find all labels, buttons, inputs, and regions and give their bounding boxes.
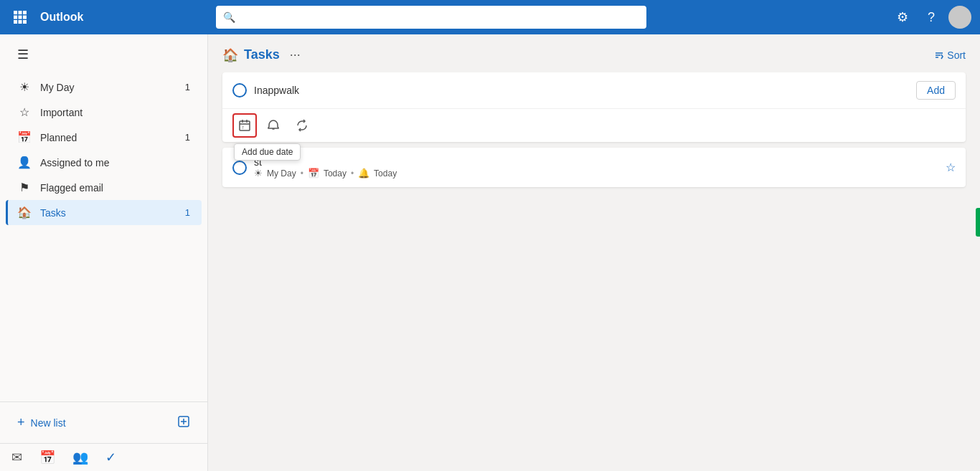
add-task-input[interactable] [254, 85, 909, 96]
svg-rect-2 [23, 11, 27, 14]
sidebar-label-assigned: Assigned to me [40, 157, 182, 168]
topbar: Outlook 🔍 ⚙ ? [0, 0, 980, 34]
svg-rect-0 [14, 11, 17, 14]
task-meta-due: Today [324, 168, 347, 179]
sidebar-nav: ☀ My Day 1 ☆ Important 📅 Planned 1 👤 Ass… [0, 72, 207, 401]
svg-rect-5 [23, 16, 27, 19]
sun-icon: ☀ [17, 80, 32, 94]
person-icon: 👤 [17, 156, 32, 169]
svg-rect-7 [19, 20, 22, 24]
sidebar-badge-tasks: 1 [185, 207, 190, 218]
content-header: 🏠 Tasks ··· Sort [208, 34, 980, 72]
calendar-icon: 📅 [17, 130, 32, 144]
mail-icon[interactable]: ✉ [11, 449, 22, 465]
sidebar-badge-planned: 1 [185, 132, 190, 143]
people-icon[interactable]: 👥 [72, 449, 88, 465]
more-options-button[interactable]: ··· [286, 46, 305, 64]
content-area: 🏠 Tasks ··· Sort Add [208, 34, 980, 471]
waffle-icon[interactable] [9, 6, 32, 29]
sidebar-label-flagged: Flagged email [40, 182, 182, 194]
calendar-footer-icon[interactable]: 📅 [39, 449, 55, 465]
svg-rect-4 [19, 16, 22, 19]
search-input[interactable] [216, 6, 646, 29]
plus-icon: + [17, 415, 25, 430]
main-layout: ☰ ☀ My Day 1 ☆ Important 📅 Planned 1 👤 A… [0, 34, 980, 471]
new-list-icon [177, 415, 190, 430]
svg-rect-6 [14, 20, 17, 24]
sidebar: ☰ ☀ My Day 1 ☆ Important 📅 Planned 1 👤 A… [0, 34, 208, 471]
sidebar-item-planned[interactable]: 📅 Planned 1 [6, 125, 202, 150]
due-date-button[interactable]: 7 Add due date [232, 113, 257, 138]
reminder-button[interactable] [261, 113, 286, 138]
sidebar-top: ☰ [0, 34, 207, 72]
search-icon: 🔍 [223, 11, 235, 23]
task-meta-reminder: Today [374, 168, 397, 179]
sidebar-item-assigned[interactable]: 👤 Assigned to me [6, 150, 202, 175]
task-item-meta: ☀ My Day • 📅 Today • 🔔 Today [254, 168, 933, 179]
task-due-icon: 📅 [308, 168, 319, 179]
svg-rect-1 [19, 11, 22, 14]
svg-text:7: 7 [242, 125, 244, 130]
task-area: Add 7 Add due date [208, 72, 980, 471]
sidebar-footer: ✉ 📅 👥 ✓ [0, 443, 207, 471]
task-item-circle[interactable] [232, 161, 247, 175]
topbar-right: ⚙ ? [891, 6, 971, 29]
new-list-button[interactable]: + New list [11, 411, 196, 434]
add-due-date-tooltip: Add due date [234, 143, 301, 161]
hamburger-icon[interactable]: ☰ [11, 43, 34, 66]
settings-icon[interactable]: ⚙ [891, 6, 914, 29]
sidebar-label-important: Important [40, 107, 182, 118]
add-button[interactable]: Add [916, 81, 956, 100]
sort-button[interactable]: Sort [934, 49, 966, 61]
sidebar-bottom: + New list [0, 401, 207, 443]
page-title: Tasks [244, 47, 280, 62]
help-icon[interactable]: ? [920, 6, 943, 29]
star-icon: ☆ [17, 105, 32, 119]
avatar[interactable] [948, 6, 971, 29]
svg-rect-8 [23, 20, 27, 24]
sidebar-item-my-day[interactable]: ☀ My Day 1 [6, 75, 202, 100]
sidebar-label-tasks: Tasks [40, 207, 176, 219]
flag-icon: ⚑ [17, 181, 32, 194]
toolbar-row: 7 Add due date [222, 108, 966, 142]
task-star-button[interactable]: ☆ [946, 161, 956, 174]
sidebar-item-important[interactable]: ☆ Important [6, 100, 202, 125]
search-bar[interactable]: 🔍 [216, 6, 646, 29]
my-day-icon: ☀ [254, 168, 263, 179]
repeat-button[interactable] [290, 113, 314, 138]
home-icon: 🏠 [17, 206, 32, 219]
task-meta-myday: My Day [267, 168, 296, 179]
svg-rect-3 [14, 16, 17, 19]
sort-label: Sort [947, 49, 966, 61]
add-task-row: Add [222, 72, 966, 108]
add-task-card: Add 7 Add due date [222, 72, 966, 142]
task-complete-circle[interactable] [232, 83, 247, 97]
task-item-row: st ☀ My Day • 📅 Today • 🔔 Today ☆ [222, 148, 966, 187]
new-list-label: New list [31, 417, 66, 429]
task-item[interactable]: st ☀ My Day • 📅 Today • 🔔 Today ☆ [222, 148, 966, 187]
tasks-footer-icon[interactable]: ✓ [105, 449, 116, 465]
sidebar-item-tasks[interactable]: 🏠 Tasks 1 [6, 200, 202, 225]
tasks-page-icon: 🏠 [222, 47, 238, 63]
sidebar-label-my-day: My Day [40, 82, 176, 93]
sidebar-badge-my-day: 1 [185, 82, 190, 92]
green-indicator [976, 208, 980, 237]
app-name: Outlook [40, 11, 83, 24]
task-reminder-icon: 🔔 [358, 168, 369, 179]
sidebar-label-planned: Planned [40, 132, 176, 143]
sidebar-item-flagged[interactable]: ⚑ Flagged email [6, 175, 202, 200]
task-item-name: st [254, 156, 933, 168]
